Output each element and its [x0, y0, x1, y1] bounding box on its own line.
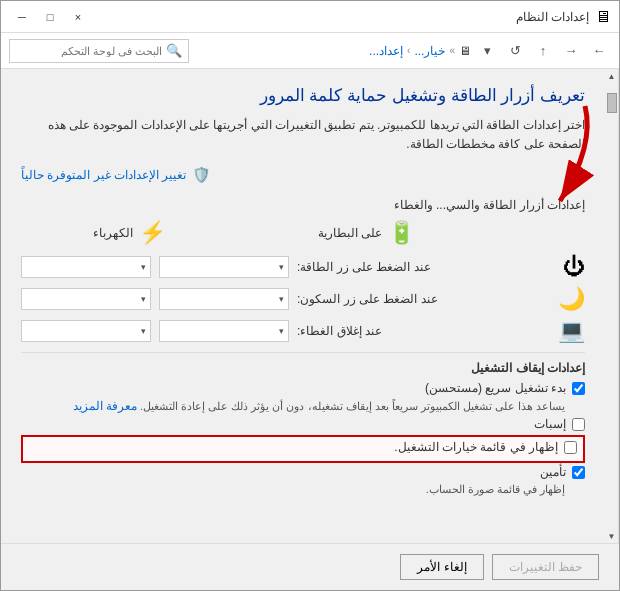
battery-col-header: 🔋 على البطارية [318, 220, 415, 246]
content-area: تعريف أزرار الطاقة وتشغيل حماية كلمة الم… [1, 69, 605, 543]
page-title: تعريف أزرار الطاقة وتشغيل حماية كلمة الم… [21, 85, 585, 106]
breadcrumb: 🖥 » خيار... › إعداد... [193, 44, 471, 58]
sleep-checkbox[interactable] [572, 418, 585, 431]
lock-label: تأمين [540, 465, 566, 479]
show-shutdown-checkbox[interactable] [564, 441, 577, 454]
window-icon: 🖥 [595, 8, 611, 26]
fast-startup-desc: يساعد هذا على تشغيل الكمبيوتر سريعاً بعد… [21, 399, 565, 413]
show-shutdown-highlight: إظهار في قائمة خيارات التشغيل. [21, 435, 585, 463]
main-window: 🖥 إعدادات النظام ─ □ × ← → ↑ ↺ ▾ 🖥 » خيا… [0, 0, 620, 591]
breadcrumb-item-settings[interactable]: إعداد... [369, 44, 403, 58]
lid-close-row: 💻 عند إغلاق الغطاء: ▾ ▾ [21, 318, 585, 344]
electric-col-header: ⚡ الكهرباء [93, 220, 166, 246]
lock-checkbox[interactable] [572, 466, 585, 479]
show-shutdown-label: إظهار في قائمة خيارات التشغيل. [394, 440, 558, 454]
battery-icon: 🔋 [388, 220, 415, 246]
search-icon: 🔍 [166, 43, 182, 58]
fast-startup-label: بدء تشغيل سريع (مستحسن) [425, 381, 566, 395]
battery-column: 🔋 على البطارية [258, 220, 475, 254]
power-row-label: عند الضغط على زر الطاقة: [297, 260, 431, 274]
title-bar-controls: ─ □ × [9, 6, 91, 28]
up-button[interactable]: ↑ [531, 39, 555, 63]
lid-row-label: عند إغلاق الغطاء: [297, 324, 382, 338]
forward-button[interactable]: → [559, 39, 583, 63]
save-button[interactable]: حفظ التغييرات [492, 554, 599, 580]
shutdown-section-title: إعدادات إيقاف التشغيل [21, 361, 585, 375]
minimize-button[interactable]: ─ [9, 6, 35, 28]
sleep-icon: 🌙 [558, 286, 585, 312]
sleep-electric-dropdown[interactable]: ▾ [21, 288, 151, 310]
title-bar-right: 🖥 إعدادات النظام [516, 8, 611, 26]
scroll-thumb[interactable] [607, 93, 617, 113]
page-description: اختر إعدادات الطاقة التي تريدها للكمبيوت… [21, 116, 585, 154]
search-input[interactable] [22, 45, 162, 57]
back-button[interactable]: ← [587, 39, 611, 63]
scroll-down-arrow[interactable]: ▼ [605, 529, 619, 543]
refresh-button[interactable]: ↺ [503, 39, 527, 63]
close-button[interactable]: × [65, 6, 91, 28]
show-shutdown-row: إظهار في قائمة خيارات التشغيل. [29, 440, 577, 454]
power-electric-dropdown[interactable]: ▾ [21, 256, 151, 278]
main-area: ▲ ▼ تعريف أزرار الطاقة وتشغيل حماية كلمة… [1, 69, 619, 543]
button-rows: ⏻ عند الضغط على زر الطاقة: ▾ ▾ 🌙 [21, 254, 585, 344]
breadcrumb-home-icon: 🖥 [459, 44, 471, 58]
lid-icon: 💻 [558, 318, 585, 344]
more-link[interactable]: معرفة المزيد [73, 399, 137, 413]
maximize-button[interactable]: □ [37, 6, 63, 28]
breadcrumb-item-options[interactable]: خيار... [414, 44, 445, 58]
bottom-bar: حفظ التغييرات إلغاء الأمر [1, 543, 619, 590]
dropdown-button[interactable]: ▾ [475, 39, 499, 63]
cancel-button[interactable]: إلغاء الأمر [400, 554, 483, 580]
fast-startup-row: بدء تشغيل سريع (مستحسن) [21, 381, 585, 395]
sleep-button-row: 🌙 عند الضغط على زر السكون: ▾ ▾ [21, 286, 585, 312]
power-columns: 🔋 على البطارية ⚡ الكهرباء [21, 220, 585, 254]
power-icon: ⏻ [563, 254, 585, 280]
sleep-row: إسبات [21, 417, 585, 431]
fast-startup-checkbox[interactable] [572, 382, 585, 395]
sleep-battery-dropdown[interactable]: ▾ [159, 288, 289, 310]
shield-icon: 🛡️ [192, 166, 211, 184]
show-account-label: إظهار في قائمة صورة الحساب. [21, 483, 565, 496]
window-title: إعدادات النظام [516, 10, 589, 24]
scroll-up-arrow[interactable]: ▲ [605, 69, 619, 83]
section1-title: إعدادات أزرار الطاقة والسي... والغطاء [21, 198, 585, 212]
search-box: 🔍 [9, 39, 189, 63]
change-settings-link[interactable]: 🛡️ تغيير الإعدادات غير المتوفرة حالياً [21, 166, 585, 184]
title-bar: 🖥 إعدادات النظام ─ □ × [1, 1, 619, 33]
toolbar: ← → ↑ ↺ ▾ 🖥 » خيار... › إعداد... 🔍 [1, 33, 619, 69]
power-button-row: ⏻ عند الضغط على زر الطاقة: ▾ ▾ [21, 254, 585, 280]
sleep-row-label: عند الضغط على زر السكون: [297, 292, 438, 306]
left-scrollbar: ▲ ▼ [605, 69, 619, 543]
sleep-label: إسبات [534, 417, 566, 431]
scroll-track [605, 83, 618, 529]
electric-column: ⚡ الكهرباء [21, 220, 238, 254]
electric-icon: ⚡ [139, 220, 166, 246]
power-battery-dropdown[interactable]: ▾ [159, 256, 289, 278]
lid-electric-dropdown[interactable]: ▾ [21, 320, 151, 342]
lock-row: تأمين [21, 465, 585, 479]
shutdown-section: إعدادات إيقاف التشغيل بدء تشغيل سريع (مس… [21, 352, 585, 496]
lid-battery-dropdown[interactable]: ▾ [159, 320, 289, 342]
